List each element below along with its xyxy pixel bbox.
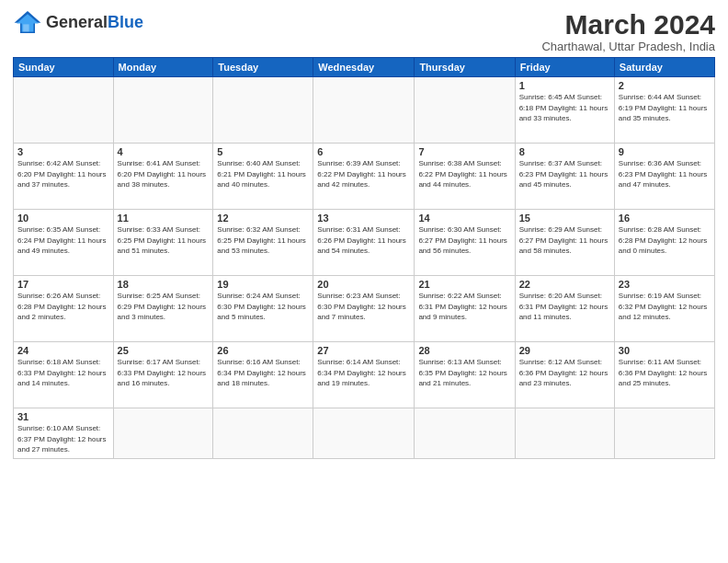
calendar-page: GeneralBlue March 2024 Charthawal, Uttar…: [0, 0, 728, 563]
table-row: 10Sunrise: 6:35 AM Sunset: 6:24 PM Dayli…: [14, 210, 114, 276]
table-row: 5Sunrise: 6:40 AM Sunset: 6:21 PM Daylig…: [213, 144, 313, 210]
day-number: 8: [519, 146, 610, 157]
table-row: 17Sunrise: 6:26 AM Sunset: 6:28 PM Dayli…: [14, 276, 114, 342]
day-number: 9: [619, 146, 711, 157]
table-row: 24Sunrise: 6:18 AM Sunset: 6:33 PM Dayli…: [14, 342, 114, 408]
day-number: 15: [519, 213, 610, 224]
table-row: 27Sunrise: 6:14 AM Sunset: 6:34 PM Dayli…: [313, 342, 415, 408]
day-number: 4: [118, 146, 210, 157]
table-row: 11Sunrise: 6:33 AM Sunset: 6:25 PM Dayli…: [113, 210, 213, 276]
day-info: Sunrise: 6:11 AM Sunset: 6:36 PM Dayligh…: [619, 357, 711, 389]
day-number: 17: [17, 279, 109, 290]
day-info: Sunrise: 6:16 AM Sunset: 6:34 PM Dayligh…: [217, 357, 309, 389]
day-number: 14: [418, 213, 510, 224]
weekday-header-row: Sunday Monday Tuesday Wednesday Thursday…: [14, 58, 715, 77]
table-row: 29Sunrise: 6:12 AM Sunset: 6:36 PM Dayli…: [515, 342, 614, 408]
table-row: 6Sunrise: 6:39 AM Sunset: 6:22 PM Daylig…: [313, 144, 415, 210]
table-row: 9Sunrise: 6:36 AM Sunset: 6:23 PM Daylig…: [614, 144, 714, 210]
header-monday: Monday: [113, 58, 213, 77]
table-row: 4Sunrise: 6:41 AM Sunset: 6:20 PM Daylig…: [113, 144, 213, 210]
table-row: [313, 408, 415, 459]
table-row: 30Sunrise: 6:11 AM Sunset: 6:36 PM Dayli…: [614, 342, 714, 408]
table-row: 26Sunrise: 6:16 AM Sunset: 6:34 PM Dayli…: [213, 342, 313, 408]
month-year-title: March 2024: [541, 9, 715, 40]
day-number: 2: [619, 80, 711, 91]
day-number: 23: [619, 279, 711, 290]
table-row: 23Sunrise: 6:19 AM Sunset: 6:32 PM Dayli…: [614, 276, 714, 342]
table-row: 20Sunrise: 6:23 AM Sunset: 6:30 PM Dayli…: [313, 276, 415, 342]
table-row: 22Sunrise: 6:20 AM Sunset: 6:31 PM Dayli…: [515, 276, 614, 342]
day-info: Sunrise: 6:40 AM Sunset: 6:21 PM Dayligh…: [217, 158, 309, 190]
table-row: [113, 408, 213, 459]
day-info: Sunrise: 6:25 AM Sunset: 6:29 PM Dayligh…: [118, 291, 210, 323]
day-info: Sunrise: 6:23 AM Sunset: 6:30 PM Dayligh…: [317, 291, 410, 323]
table-row: 8Sunrise: 6:37 AM Sunset: 6:23 PM Daylig…: [515, 144, 614, 210]
day-info: Sunrise: 6:19 AM Sunset: 6:32 PM Dayligh…: [619, 291, 711, 323]
day-info: Sunrise: 6:45 AM Sunset: 6:18 PM Dayligh…: [519, 92, 610, 124]
day-number: 20: [317, 279, 410, 290]
table-row: 16Sunrise: 6:28 AM Sunset: 6:28 PM Dayli…: [614, 210, 714, 276]
day-number: 10: [17, 213, 109, 224]
table-row: [415, 408, 515, 459]
table-row: 25Sunrise: 6:17 AM Sunset: 6:33 PM Dayli…: [113, 342, 213, 408]
day-info: Sunrise: 6:26 AM Sunset: 6:28 PM Dayligh…: [17, 291, 109, 323]
table-row: 7Sunrise: 6:38 AM Sunset: 6:22 PM Daylig…: [415, 144, 515, 210]
table-row: [515, 408, 614, 459]
day-info: Sunrise: 6:10 AM Sunset: 6:37 PM Dayligh…: [17, 423, 109, 455]
table-row: [415, 77, 515, 144]
header: GeneralBlue March 2024 Charthawal, Uttar…: [13, 9, 715, 53]
svg-rect-2: [23, 24, 28, 31]
day-info: Sunrise: 6:14 AM Sunset: 6:34 PM Dayligh…: [317, 357, 410, 389]
day-info: Sunrise: 6:35 AM Sunset: 6:24 PM Dayligh…: [17, 224, 109, 257]
table-row: [14, 77, 114, 144]
table-row: 18Sunrise: 6:25 AM Sunset: 6:29 PM Dayli…: [113, 276, 213, 342]
table-row: 13Sunrise: 6:31 AM Sunset: 6:26 PM Dayli…: [313, 210, 415, 276]
day-info: Sunrise: 6:22 AM Sunset: 6:31 PM Dayligh…: [418, 291, 510, 323]
day-number: 3: [17, 146, 109, 157]
table-row: 19Sunrise: 6:24 AM Sunset: 6:30 PM Dayli…: [213, 276, 313, 342]
table-row: 12Sunrise: 6:32 AM Sunset: 6:25 PM Dayli…: [213, 210, 313, 276]
day-number: 25: [118, 345, 210, 356]
day-number: 6: [317, 146, 410, 157]
day-number: 19: [217, 279, 309, 290]
day-info: Sunrise: 6:33 AM Sunset: 6:25 PM Dayligh…: [118, 224, 210, 257]
header-sunday: Sunday: [14, 58, 114, 77]
day-info: Sunrise: 6:20 AM Sunset: 6:31 PM Dayligh…: [519, 291, 610, 323]
day-info: Sunrise: 6:32 AM Sunset: 6:25 PM Dayligh…: [217, 224, 309, 257]
table-row: [313, 77, 415, 144]
title-area: March 2024 Charthawal, Uttar Pradesh, In…: [541, 9, 715, 53]
day-info: Sunrise: 6:24 AM Sunset: 6:30 PM Dayligh…: [217, 291, 309, 323]
header-saturday: Saturday: [614, 58, 714, 77]
table-row: 2Sunrise: 6:44 AM Sunset: 6:19 PM Daylig…: [614, 77, 714, 144]
table-row: [213, 408, 313, 459]
day-number: 24: [17, 345, 109, 356]
logo: GeneralBlue: [13, 9, 143, 35]
table-row: 15Sunrise: 6:29 AM Sunset: 6:27 PM Dayli…: [515, 210, 614, 276]
logo-text: GeneralBlue: [46, 14, 143, 30]
location-subtitle: Charthawal, Uttar Pradesh, India: [541, 40, 715, 53]
day-info: Sunrise: 6:39 AM Sunset: 6:22 PM Dayligh…: [317, 158, 410, 190]
day-number: 26: [217, 345, 309, 356]
header-wednesday: Wednesday: [313, 58, 415, 77]
header-tuesday: Tuesday: [213, 58, 313, 77]
table-row: 28Sunrise: 6:13 AM Sunset: 6:35 PM Dayli…: [415, 342, 515, 408]
day-info: Sunrise: 6:12 AM Sunset: 6:36 PM Dayligh…: [519, 357, 610, 389]
header-friday: Friday: [515, 58, 614, 77]
day-number: 27: [317, 345, 410, 356]
calendar-table: Sunday Monday Tuesday Wednesday Thursday…: [13, 57, 715, 459]
header-thursday: Thursday: [415, 58, 515, 77]
day-info: Sunrise: 6:38 AM Sunset: 6:22 PM Dayligh…: [418, 158, 510, 190]
table-row: 31Sunrise: 6:10 AM Sunset: 6:37 PM Dayli…: [14, 408, 114, 459]
day-info: Sunrise: 6:18 AM Sunset: 6:33 PM Dayligh…: [17, 357, 109, 389]
day-info: Sunrise: 6:42 AM Sunset: 6:20 PM Dayligh…: [17, 158, 109, 190]
day-number: 21: [418, 279, 510, 290]
day-info: Sunrise: 6:29 AM Sunset: 6:27 PM Dayligh…: [519, 224, 610, 257]
day-info: Sunrise: 6:41 AM Sunset: 6:20 PM Dayligh…: [118, 158, 210, 190]
table-row: 3Sunrise: 6:42 AM Sunset: 6:20 PM Daylig…: [14, 144, 114, 210]
table-row: 21Sunrise: 6:22 AM Sunset: 6:31 PM Dayli…: [415, 276, 515, 342]
table-row: [213, 77, 313, 144]
day-info: Sunrise: 6:37 AM Sunset: 6:23 PM Dayligh…: [519, 158, 610, 190]
table-row: [113, 77, 213, 144]
table-row: 14Sunrise: 6:30 AM Sunset: 6:27 PM Dayli…: [415, 210, 515, 276]
day-info: Sunrise: 6:36 AM Sunset: 6:23 PM Dayligh…: [619, 158, 711, 190]
